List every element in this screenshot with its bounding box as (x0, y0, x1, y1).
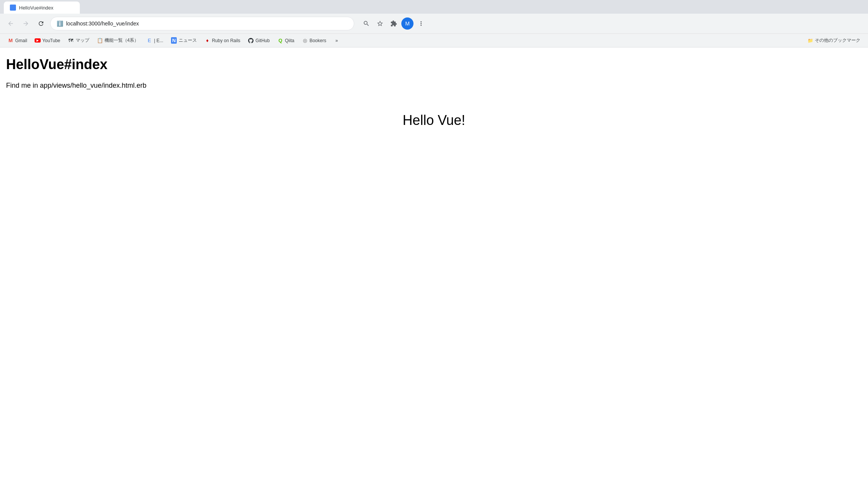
more-bookmarks-button[interactable]: » (332, 36, 341, 45)
youtube-favicon (35, 38, 41, 44)
browser-chrome: HelloVue#index ℹ️ localhost:3000/hello_v… (0, 0, 868, 47)
bookmark-gmail-label: Gmail (15, 38, 27, 43)
bookmark-maps[interactable]: 🗺 マップ (65, 36, 92, 45)
bookmark-youtube-label: YouTube (42, 38, 60, 43)
menu-button[interactable] (415, 17, 427, 30)
bookmark-bookers-label: Bookers (309, 38, 326, 43)
github-icon (248, 38, 253, 43)
bookmark-rails-label: Ruby on Rails (212, 38, 241, 43)
bookmark-kino-label: 機能一覧（4系） (105, 37, 139, 44)
forward-button[interactable] (20, 17, 32, 30)
page-heading: HelloVue#index (6, 57, 862, 73)
page-content: HelloVue#index Find me in app/views/hell… (0, 47, 868, 483)
bookmark-gmail[interactable]: M Gmail (5, 36, 30, 45)
zoom-icon (363, 20, 370, 27)
qiita-favicon: Q (277, 38, 284, 44)
reload-button[interactable] (35, 17, 47, 30)
active-tab[interactable]: HelloVue#index (4, 2, 80, 14)
bookmark-bookers[interactable]: ◎ Bookers (299, 36, 329, 45)
e-favicon: E (146, 38, 152, 44)
other-bookmarks-label: その他のブックマーク (815, 37, 860, 44)
youtube-icon (35, 38, 41, 43)
news-favicon: N (171, 38, 177, 44)
other-bookmarks[interactable]: 📁 その他のブックマーク (805, 36, 863, 45)
bookmark-kino[interactable]: 📋 機能一覧（4系） (94, 36, 142, 45)
profile-button[interactable]: M (401, 17, 413, 30)
bookmark-e[interactable]: E | E... (143, 36, 166, 45)
extensions-button[interactable] (388, 17, 400, 30)
menu-icon (418, 20, 424, 27)
bookmark-qiita[interactable]: Q Qiita (274, 36, 298, 45)
tab-favicon (10, 5, 16, 11)
bookmark-github-label: GitHub (255, 38, 269, 43)
back-icon (7, 20, 14, 27)
tab-title: HelloVue#index (19, 5, 54, 11)
more-chevron: » (335, 38, 338, 43)
bookmark-rails[interactable]: ♦ Ruby on Rails (201, 36, 244, 45)
bookers-favicon: ◎ (302, 38, 308, 44)
page-subtext: Find me in app/views/hello_vue/index.htm… (6, 82, 862, 90)
gmail-favicon: M (8, 38, 14, 44)
maps-favicon: 🗺 (68, 38, 74, 44)
bookmark-youtube[interactable]: YouTube (32, 36, 63, 45)
address-bar[interactable]: ℹ️ localhost:3000/hello_vue/index (50, 17, 354, 30)
bookmark-news-label: ニュース (179, 37, 197, 44)
folder-icon: 📁 (808, 38, 813, 43)
hello-vue-container: Hello Vue! (6, 112, 862, 128)
reload-icon (38, 20, 44, 27)
hello-vue-text: Hello Vue! (403, 112, 466, 128)
forward-icon (22, 20, 29, 27)
toolbar: ℹ️ localhost:3000/hello_vue/index M (0, 14, 868, 33)
url-text: localhost:3000/hello_vue/index (66, 21, 139, 27)
bookmark-e-label: | E... (154, 38, 163, 43)
zoom-button[interactable] (360, 17, 372, 30)
profile-initial: M (405, 21, 410, 27)
star-icon (377, 20, 383, 27)
bookmarks-bar: M Gmail YouTube 🗺 マップ 📋 機能一覧（4系） (0, 33, 868, 47)
bookmark-github[interactable]: GitHub (245, 36, 272, 45)
tab-bar: HelloVue#index (0, 0, 868, 14)
back-button[interactable] (5, 17, 17, 30)
lock-icon: ℹ️ (57, 21, 63, 27)
bookmark-qiita-label: Qiita (285, 38, 295, 43)
github-favicon (248, 38, 254, 44)
rails-favicon: ♦ (204, 38, 211, 44)
bookmark-news[interactable]: N ニュース (168, 36, 200, 45)
toolbar-right: M (360, 17, 427, 30)
extensions-icon (390, 20, 397, 27)
bookmark-maps-label: マップ (76, 37, 89, 44)
kino-favicon: 📋 (97, 38, 103, 44)
bookmark-button[interactable] (374, 17, 386, 30)
